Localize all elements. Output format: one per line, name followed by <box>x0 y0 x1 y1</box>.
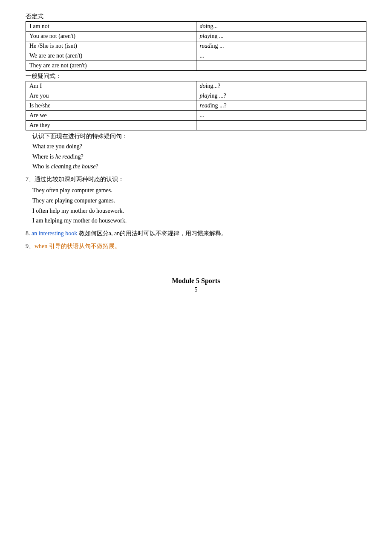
negation-right-5 <box>196 61 366 71</box>
question-right-3: reading ...? <box>196 101 366 111</box>
negation-left-3: He /She is not (isnt) <box>26 41 196 51</box>
table-row: You are not (aren't) playing ... <box>26 32 366 41</box>
negation-section: 否定式 I am not doing... You are not (aren'… <box>26 13 366 71</box>
item7-line-4: I am helping my mother do housework. <box>32 216 366 226</box>
item7-section: 7、通过比较加深对两种时态的认识： They often play comput… <box>26 174 366 226</box>
item8-blue-text: an interesting book <box>32 230 77 237</box>
question-title: 一般疑问式： <box>26 72 366 80</box>
question-left-1: Am I <box>26 81 196 91</box>
table-row: They are are not (aren't) <box>26 61 366 71</box>
page-number: 5 <box>26 286 366 293</box>
question-left-2: Are you <box>26 91 196 101</box>
item7-line-1: They often play computer games. <box>32 185 366 196</box>
table-row: Are they <box>26 121 366 130</box>
table-row: Are you playing ...? <box>26 91 366 101</box>
item7-lines: They often play computer games. They are… <box>26 185 366 226</box>
question-right-1: doing...? <box>196 81 366 91</box>
table-row: Am I doing...? <box>26 81 366 91</box>
question-right-5 <box>196 121 366 130</box>
special-question-1: What are you doing? <box>32 142 366 152</box>
negation-left-4: We are are not (aren't) <box>26 51 196 61</box>
item8-section: 8. an interesting book 教如何区分a, an的用法时可以不… <box>26 228 366 239</box>
negation-right-4: ... <box>196 51 366 61</box>
item8-prefix: 8. <box>26 230 32 237</box>
item9-orange-text: when 引导的状语从句不做拓展。 <box>35 243 121 249</box>
negation-table: I am not doing... You are not (aren't) p… <box>26 21 366 71</box>
item7-line-3: I often help my mother do housework. <box>32 206 366 216</box>
question-left-5: Are they <box>26 121 196 130</box>
question-left-3: Is he/she <box>26 101 196 111</box>
table-row: I am not doing... <box>26 22 366 32</box>
negation-left-5: They are are not (aren't) <box>26 61 196 71</box>
item9-prefix: 9、 <box>26 243 35 249</box>
question-left-4: Are we <box>26 111 196 121</box>
negation-title: 否定式 <box>26 13 366 20</box>
negation-right-3: reading ... <box>196 41 366 51</box>
item7-line-2: They are playing computer games. <box>32 196 366 206</box>
table-row: We are are not (aren't) ... <box>26 51 366 61</box>
question-right-4: ... <box>196 111 366 121</box>
item9-section: 9、when 引导的状语从句不做拓展。 <box>26 241 366 251</box>
negation-right-2: playing ... <box>196 32 366 41</box>
special-question-intro: 认识下面现在进行时的特殊疑问句： <box>32 131 366 142</box>
table-row: Is he/she reading ...? <box>26 101 366 111</box>
negation-left-1: I am not <box>26 22 196 32</box>
question-section: 一般疑问式： Am I doing...? Are you playing ..… <box>26 72 366 130</box>
table-row: Are we ... <box>26 111 366 121</box>
negation-left-2: You are not (aren't) <box>26 32 196 41</box>
question-right-2: playing ...? <box>196 91 366 101</box>
special-question-3: Who is cleaning the house? <box>32 162 366 172</box>
special-questions-section: 认识下面现在进行时的特殊疑问句： What are you doing? Whe… <box>26 131 366 172</box>
special-question-2: Where is he reading? <box>32 152 366 162</box>
negation-right-1: doing... <box>196 22 366 32</box>
module-title: Module 5 Sports <box>26 277 366 285</box>
item7-title: 7、通过比较加深对两种时态的认识： <box>26 174 366 185</box>
question-table: Am I doing...? Are you playing ...? Is h… <box>26 81 366 130</box>
item8-normal-text: 教如何区分a, an的用法时可以不将规律，用习惯来解释。 <box>77 230 227 237</box>
table-row: He /She is not (isnt) reading ... <box>26 41 366 51</box>
